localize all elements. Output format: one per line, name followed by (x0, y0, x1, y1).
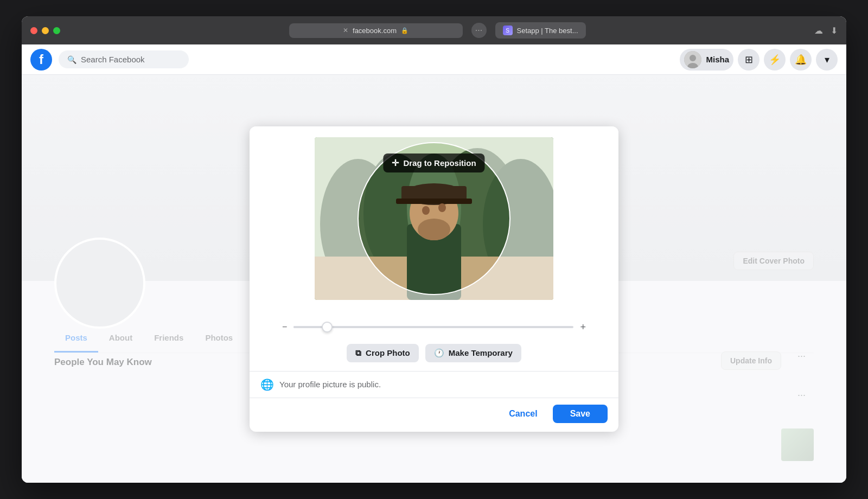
drag-reposition-badge: ✛ Drag to Reposition (383, 153, 484, 172)
slider-thumb[interactable] (322, 322, 333, 332)
cloud-icon: ☁ (814, 25, 823, 36)
svg-point-15 (422, 206, 430, 215)
save-button[interactable]: Save (553, 405, 608, 423)
photo-container[interactable]: ✛ Drag to Reposition (315, 137, 553, 300)
setapp-icon: S (503, 25, 513, 35)
navbar-right: Misha ⊞ ⚡ 🔔 ▾ (680, 49, 838, 71)
close-button[interactable] (30, 27, 37, 34)
cancel-button[interactable]: Cancel (500, 405, 546, 423)
public-notice: 🌐 Your profile picture is public. (250, 371, 618, 398)
grid-menu-button[interactable]: ⊞ (738, 49, 760, 71)
globe-icon: 🌐 (260, 378, 274, 391)
title-bar-right: ☁ ⬇ (814, 25, 838, 36)
main-content: Edit Cover Photo Posts About Friends (22, 75, 846, 483)
maximize-button[interactable] (53, 27, 60, 34)
drag-label: Drag to Reposition (403, 158, 476, 168)
crop-photo-modal: ✛ Drag to Reposition − + (250, 126, 618, 432)
public-notice-text: Your profile picture is public. (279, 380, 381, 389)
username-label: Misha (706, 55, 729, 64)
zoom-slider-area: − + (250, 311, 618, 344)
messenger-icon: ⚡ (769, 54, 781, 66)
address-bar: ✕ facebook.com 🔒 ··· S Setapp | The best… (67, 22, 808, 39)
favicon-icon: ✕ (343, 27, 348, 34)
modal-image-area: ✛ Drag to Reposition (250, 126, 618, 311)
fb-logo-letter: f (39, 52, 43, 67)
search-icon: 🔍 (67, 55, 76, 64)
url-pill[interactable]: ✕ facebook.com 🔒 (289, 23, 463, 38)
url-more-button[interactable]: ··· (471, 23, 487, 38)
notifications-button[interactable]: 🔔 (790, 49, 812, 71)
facebook-logo[interactable]: f (30, 49, 52, 71)
crop-photo-button[interactable]: ⧉ Crop Photo (347, 344, 419, 362)
svg-rect-14 (396, 199, 472, 204)
lock-icon: 🔒 (401, 27, 409, 34)
move-icon: ✛ (392, 158, 399, 168)
svg-point-1 (690, 55, 696, 61)
bell-icon: 🔔 (795, 54, 807, 66)
grid-icon: ⊞ (745, 54, 753, 66)
browser-window: ✕ facebook.com 🔒 ··· S Setapp | The best… (22, 16, 846, 483)
search-bar[interactable]: 🔍 Search Facebook (59, 50, 189, 68)
chevron-down-icon: ▾ (825, 54, 829, 66)
action-buttons-row: ⧉ Crop Photo 🕐 Make Temporary (250, 344, 618, 371)
user-account[interactable]: Misha (680, 49, 733, 71)
url-text: facebook.com (353, 27, 397, 35)
messenger-button[interactable]: ⚡ (764, 49, 786, 71)
facebook-navbar: f 🔍 Search Facebook Misha ⊞ ⚡ (22, 44, 846, 75)
crop-photo-label: Crop Photo (366, 348, 410, 357)
modal-overlay: ✛ Drag to Reposition − + (22, 75, 846, 483)
title-bar: ✕ facebook.com 🔒 ··· S Setapp | The best… (22, 16, 846, 44)
setapp-label: Setapp | The best... (517, 27, 578, 35)
svg-point-17 (418, 219, 450, 240)
minimize-button[interactable] (42, 27, 49, 34)
modal-footer: Cancel Save (250, 398, 618, 432)
make-temporary-label: Make Temporary (449, 348, 513, 357)
clock-icon: 🕐 (434, 348, 444, 358)
more-icon: ··· (475, 25, 482, 35)
zoom-slider-track[interactable] (293, 326, 573, 328)
account-menu-button[interactable]: ▾ (816, 49, 838, 71)
setapp-pill[interactable]: S Setapp | The best... (495, 22, 586, 39)
make-temporary-button[interactable]: 🕐 Make Temporary (425, 344, 521, 362)
zoom-in-button[interactable]: + (580, 322, 586, 333)
download-icon: ⬇ (831, 25, 838, 36)
crop-icon: ⧉ (355, 348, 361, 358)
search-placeholder: Search Facebook (81, 55, 145, 64)
zoom-out-button[interactable]: − (282, 322, 287, 332)
avatar (684, 51, 701, 68)
traffic-lights (30, 27, 60, 34)
svg-point-16 (438, 203, 446, 212)
